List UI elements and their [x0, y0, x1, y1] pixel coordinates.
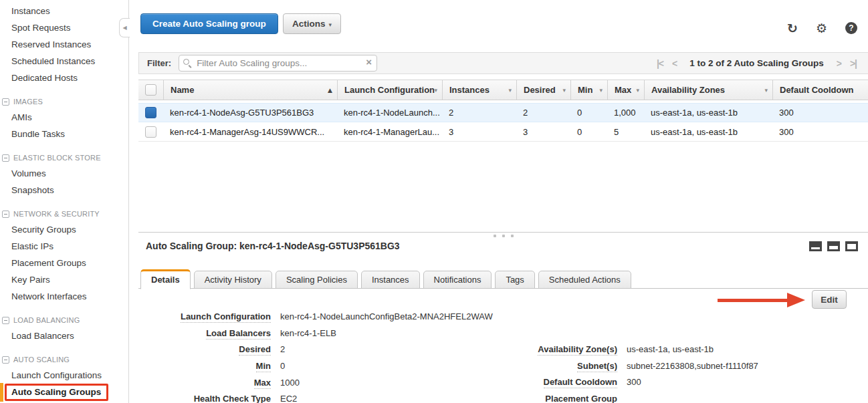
- minus-square-icon: [2, 356, 9, 364]
- chevron-down-icon: ▾: [329, 21, 332, 28]
- cell-desired: 3: [516, 122, 570, 141]
- last-page-icon[interactable]: >|: [850, 58, 857, 69]
- sidebar-item-bundle-tasks[interactable]: Bundle Tasks: [0, 126, 128, 142]
- tab-details[interactable]: Details: [140, 269, 191, 289]
- sidebar-item-scheduled-instances[interactable]: Scheduled Instances: [0, 53, 128, 70]
- column-header-name[interactable]: Name ▲: [163, 80, 337, 100]
- field-desired: Desired 2: [138, 344, 493, 361]
- sidebar-section-auto-scaling[interactable]: AUTO SCALING: [0, 352, 128, 367]
- refresh-icon[interactable]: ↻: [787, 21, 798, 35]
- row-checkbox-cell: [138, 122, 163, 141]
- sidebar-item-placement-groups[interactable]: Placement Groups: [0, 255, 128, 271]
- tab-activity-history[interactable]: Activity History: [194, 271, 272, 289]
- minus-square-icon: [2, 154, 9, 162]
- column-label: Max: [615, 85, 631, 95]
- sidebar-item-instances[interactable]: Instances: [0, 3, 128, 19]
- drag-handle-icon[interactable]: [494, 235, 514, 237]
- tab-instances[interactable]: Instances: [361, 271, 420, 289]
- field-min: Min 0: [138, 361, 493, 378]
- pane-layout-small-icon[interactable]: [809, 241, 822, 251]
- field-health-check-type: Health Check Type EC2: [138, 394, 493, 403]
- cell-name: ken-rc4-1-NodeAsg-G5TU3P561BG3: [163, 104, 337, 122]
- sort-icon: ▾: [636, 87, 639, 94]
- next-page-icon[interactable]: >: [837, 58, 841, 69]
- column-header-launch-configuration[interactable]: Launch Configuration ▾: [337, 80, 442, 100]
- cell-min: 0: [570, 104, 607, 122]
- select-all-checkbox[interactable]: [145, 84, 156, 96]
- tab-scheduled-actions[interactable]: Scheduled Actions: [538, 271, 631, 289]
- column-header-default-cooldown[interactable]: Default Cooldown: [772, 80, 868, 100]
- column-header-max[interactable]: Max ▾: [607, 80, 644, 100]
- sidebar-item-snapshots[interactable]: Snapshots: [0, 182, 128, 198]
- tab-scaling-policies[interactable]: Scaling Policies: [276, 271, 358, 289]
- table-row[interactable]: ken-rc4-1-NodeAsg-G5TU3P561BG3 ken-rc4-1…: [138, 103, 868, 122]
- sidebar-item-volumes[interactable]: Volumes: [0, 165, 128, 182]
- sidebar-item-network-interfaces[interactable]: Network Interfaces: [0, 288, 128, 305]
- table-row[interactable]: ken-rc4-1-ManagerAsg-14US9WWCR... ken-rc…: [138, 122, 868, 142]
- section-label: NETWORK & SECURITY: [13, 210, 100, 218]
- sidebar-item-load-balancers[interactable]: Load Balancers: [0, 327, 128, 344]
- field-label: Availability Zone(s): [538, 344, 617, 356]
- minus-square-icon: [2, 98, 9, 106]
- field-value: ken-rc4-1-NodeLaunchConfigBeta2-MNA2HFEL…: [280, 311, 493, 321]
- sidebar: Instances Spot Requests Reserved Instanc…: [0, 0, 129, 403]
- cell-launch-configuration: ken-rc4-1-NodeLaunch...: [337, 104, 442, 122]
- tab-tags[interactable]: Tags: [495, 271, 534, 289]
- sidebar-section-elastic-block-store[interactable]: ELASTIC BLOCK STORE: [0, 150, 128, 165]
- tab-notifications[interactable]: Notifications: [423, 271, 492, 289]
- sidebar-item-security-groups[interactable]: Security Groups: [0, 221, 128, 238]
- field-value: subnet-22163808,subnet-f1110f87: [627, 361, 758, 371]
- sidebar-item-dedicated-hosts[interactable]: Dedicated Hosts: [0, 70, 128, 86]
- field-value: ken-rc4-1-ELB: [280, 328, 336, 338]
- field-default-cooldown: Default Cooldown 300: [486, 377, 758, 394]
- column-header-availability-zones[interactable]: Availability Zones ▾: [644, 80, 772, 100]
- field-value: 0: [280, 361, 285, 371]
- field-label: Placement Group: [545, 394, 617, 403]
- field-launch-configuration: Launch Configuration ken-rc4-1-NodeLaunc…: [138, 311, 493, 328]
- column-header-desired[interactable]: Desired ▾: [516, 80, 570, 100]
- sidebar-collapse-handle[interactable]: ◀: [119, 18, 130, 37]
- row-checkbox[interactable]: [145, 126, 156, 138]
- sidebar-section-load-balancing[interactable]: LOAD BALANCING: [0, 313, 128, 327]
- sidebar-section-images[interactable]: IMAGES: [0, 94, 128, 109]
- detail-panel-title: Auto Scaling Group: ken-rc4-1-NodeAsg-G5…: [146, 241, 400, 251]
- clear-filter-icon[interactable]: ×: [366, 56, 372, 68]
- first-page-icon[interactable]: |<: [657, 58, 663, 69]
- row-checkbox[interactable]: [145, 107, 156, 118]
- cell-max: 1,000: [607, 104, 644, 122]
- field-value: 1000: [280, 378, 300, 388]
- column-header-min[interactable]: Min ▾: [570, 80, 607, 100]
- field-value: us-east-1a, us-east-1b: [627, 344, 714, 354]
- field-label: Subnet(s): [577, 361, 617, 372]
- sidebar-item-spot-requests[interactable]: Spot Requests: [0, 19, 128, 36]
- sidebar-item-reserved-instances[interactable]: Reserved Instances: [0, 36, 128, 53]
- actions-button[interactable]: Actions▾: [283, 13, 341, 34]
- sidebar-item-elastic-ips[interactable]: Elastic IPs: [0, 238, 128, 255]
- sidebar-item-launch-configurations[interactable]: Launch Configurations: [0, 367, 128, 384]
- gear-icon[interactable]: ⚙: [816, 21, 827, 35]
- panel-splitter[interactable]: [138, 232, 868, 233]
- field-label: Launch Configuration: [181, 311, 271, 323]
- pagination-text: 1 to 2 of 2 Auto Scaling Groups: [689, 58, 824, 68]
- row-checkbox-cell: [138, 104, 163, 122]
- cell-name: ken-rc4-1-ManagerAsg-14US9WWCR...: [163, 122, 337, 141]
- sidebar-section-network-security[interactable]: NETWORK & SECURITY: [0, 207, 128, 221]
- cell-availability-zones: us-east-1a, us-east-1b: [644, 122, 772, 141]
- sidebar-item-auto-scaling-groups[interactable]: Auto Scaling Groups: [0, 384, 128, 400]
- column-header-instances[interactable]: Instances ▾: [442, 80, 516, 100]
- prev-page-icon[interactable]: <: [672, 58, 677, 69]
- detail-tabs: Details Activity History Scaling Policie…: [138, 269, 868, 289]
- field-max: Max 1000: [138, 378, 493, 394]
- pane-layout-large-icon[interactable]: [845, 241, 858, 251]
- sort-icon: ▾: [764, 87, 768, 94]
- filter-input[interactable]: [179, 55, 377, 72]
- pane-layout-medium-icon[interactable]: [827, 241, 840, 251]
- edit-button[interactable]: Edit: [812, 290, 847, 309]
- cell-min: 0: [570, 122, 607, 141]
- help-icon[interactable]: ?: [845, 22, 857, 34]
- sidebar-item-amis[interactable]: AMIs: [0, 109, 128, 126]
- sidebar-item-key-pairs[interactable]: Key Pairs: [0, 271, 128, 288]
- pane-layout-icons: [809, 241, 858, 251]
- create-auto-scaling-group-button[interactable]: Create Auto Scaling group: [140, 13, 278, 34]
- field-label: Health Check Type: [194, 394, 271, 403]
